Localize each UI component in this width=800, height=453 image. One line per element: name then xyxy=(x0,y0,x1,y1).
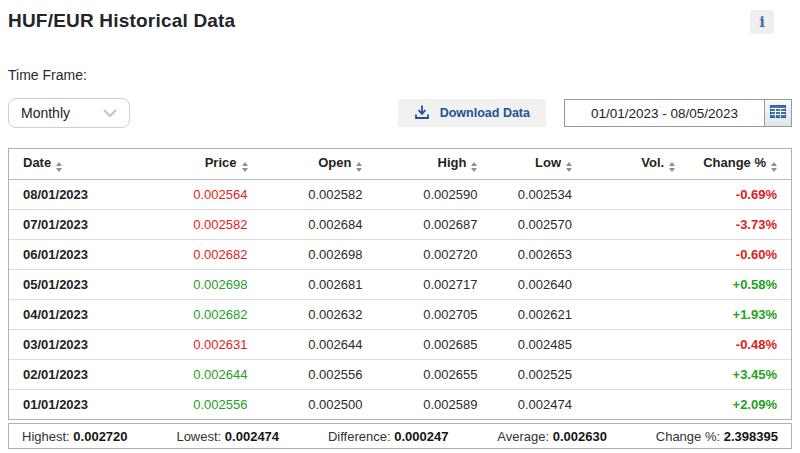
column-header-change[interactable]: Change % xyxy=(675,149,791,179)
cell-date: 07/01/2023 xyxy=(9,209,158,239)
cell-price: 0.002698 xyxy=(158,269,248,299)
sort-icon xyxy=(566,162,572,172)
cell-open: 0.002698 xyxy=(248,239,363,269)
cell-date: 05/01/2023 xyxy=(9,269,158,299)
table-row: 05/01/2023 0.002698 0.002681 0.002717 0.… xyxy=(9,269,791,299)
cell-price: 0.002682 xyxy=(158,299,248,329)
time-frame-label: Time Frame: xyxy=(8,67,792,83)
cell-change: -0.60% xyxy=(675,239,791,269)
cell-low: 0.002621 xyxy=(477,299,572,329)
cell-vol xyxy=(572,269,675,299)
cell-high: 0.002589 xyxy=(362,389,477,419)
cell-date: 02/01/2023 xyxy=(9,359,158,389)
cell-low: 0.002570 xyxy=(477,209,572,239)
column-header-date[interactable]: Date xyxy=(9,149,158,179)
summary-change: Change %: 2.398395 xyxy=(656,429,778,444)
cell-open: 0.002556 xyxy=(248,359,363,389)
calendar-icon xyxy=(770,105,786,121)
cell-open: 0.002684 xyxy=(248,209,363,239)
cell-date: 01/01/2023 xyxy=(9,389,158,419)
cell-price: 0.002631 xyxy=(158,329,248,359)
summary-average: Average: 0.002630 xyxy=(497,429,607,444)
cell-vol xyxy=(572,329,675,359)
cell-open: 0.002500 xyxy=(248,389,363,419)
sort-icon xyxy=(242,162,248,172)
table-row: 01/01/2023 0.002556 0.002500 0.002589 0.… xyxy=(9,389,791,419)
table-row: 08/01/2023 0.002564 0.002582 0.002590 0.… xyxy=(9,179,791,209)
cell-change: +0.58% xyxy=(675,269,791,299)
summary-bar: Highest: 0.002720 Lowest: 0.002474 Diffe… xyxy=(8,423,792,449)
cell-low: 0.002534 xyxy=(477,179,572,209)
table-row: 02/01/2023 0.002644 0.002556 0.002655 0.… xyxy=(9,359,791,389)
cell-change: +1.93% xyxy=(675,299,791,329)
cell-open: 0.002681 xyxy=(248,269,363,299)
date-range-input[interactable]: 01/01/2023 - 08/05/2023 xyxy=(565,100,764,126)
summary-highest: Highest: 0.002720 xyxy=(22,429,128,444)
sort-icon xyxy=(356,162,362,172)
cell-low: 0.002485 xyxy=(477,329,572,359)
cell-open: 0.002644 xyxy=(248,329,363,359)
download-icon xyxy=(414,104,430,123)
cell-date: 08/01/2023 xyxy=(9,179,158,209)
cell-high: 0.002705 xyxy=(362,299,477,329)
summary-difference: Difference: 0.000247 xyxy=(328,429,449,444)
cell-date: 06/01/2023 xyxy=(9,239,158,269)
cell-high: 0.002717 xyxy=(362,269,477,299)
summary-lowest: Lowest: 0.002474 xyxy=(176,429,279,444)
cell-price: 0.002564 xyxy=(158,179,248,209)
sort-icon xyxy=(56,162,62,172)
cell-change: -0.69% xyxy=(675,179,791,209)
download-label: Download Data xyxy=(440,106,530,120)
calendar-button[interactable] xyxy=(764,100,791,126)
column-header-vol[interactable]: Vol. xyxy=(572,149,675,179)
column-header-price[interactable]: Price xyxy=(158,149,248,179)
date-range-field: 01/01/2023 - 08/05/2023 xyxy=(564,99,792,127)
cell-high: 0.002590 xyxy=(362,179,477,209)
cell-open: 0.002632 xyxy=(248,299,363,329)
sort-icon xyxy=(669,162,675,172)
download-data-button[interactable]: Download Data xyxy=(398,99,546,127)
cell-low: 0.002474 xyxy=(477,389,572,419)
chevron-down-icon xyxy=(103,105,117,121)
page-title: HUF/EUR Historical Data xyxy=(8,10,235,32)
cell-low: 0.002653 xyxy=(477,239,572,269)
column-header-high[interactable]: High xyxy=(362,149,477,179)
cell-price: 0.002582 xyxy=(158,209,248,239)
table-header-row: Date Price Open High Low Vol. Change % xyxy=(9,149,791,179)
cell-vol xyxy=(572,209,675,239)
info-button[interactable]: i xyxy=(750,10,774,34)
sort-icon xyxy=(771,162,777,172)
cell-change: +3.45% xyxy=(675,359,791,389)
cell-open: 0.002582 xyxy=(248,179,363,209)
right-controls: Download Data 01/01/2023 - 08/05/2023 xyxy=(398,99,792,127)
cell-change: +2.09% xyxy=(675,389,791,419)
cell-high: 0.002655 xyxy=(362,359,477,389)
cell-vol xyxy=(572,239,675,269)
historical-data-table: Date Price Open High Low Vol. Change % 0… xyxy=(9,149,791,419)
cell-vol xyxy=(572,299,675,329)
cell-price: 0.002644 xyxy=(158,359,248,389)
cell-price: 0.002556 xyxy=(158,389,248,419)
column-header-open[interactable]: Open xyxy=(248,149,363,179)
sort-icon xyxy=(471,162,477,172)
time-frame-select[interactable]: Monthly xyxy=(8,98,130,128)
cell-vol xyxy=(572,179,675,209)
column-header-low[interactable]: Low xyxy=(477,149,572,179)
cell-high: 0.002720 xyxy=(362,239,477,269)
cell-low: 0.002640 xyxy=(477,269,572,299)
controls-row: Monthly Download Data 01/01/2023 - 08/05… xyxy=(8,98,792,128)
table-row: 07/01/2023 0.002582 0.002684 0.002687 0.… xyxy=(9,209,791,239)
cell-price: 0.002682 xyxy=(158,239,248,269)
cell-date: 04/01/2023 xyxy=(9,299,158,329)
info-icon: i xyxy=(759,15,765,30)
cell-vol xyxy=(572,389,675,419)
cell-change: -3.73% xyxy=(675,209,791,239)
table-row: 03/01/2023 0.002631 0.002644 0.002685 0.… xyxy=(9,329,791,359)
cell-low: 0.002525 xyxy=(477,359,572,389)
page-header: HUF/EUR Historical Data i xyxy=(8,10,792,34)
table-body: 08/01/2023 0.002564 0.002582 0.002590 0.… xyxy=(9,179,791,419)
table-row: 06/01/2023 0.002682 0.002698 0.002720 0.… xyxy=(9,239,791,269)
time-frame-value: Monthly xyxy=(21,105,70,121)
table-row: 04/01/2023 0.002682 0.002632 0.002705 0.… xyxy=(9,299,791,329)
cell-vol xyxy=(572,359,675,389)
